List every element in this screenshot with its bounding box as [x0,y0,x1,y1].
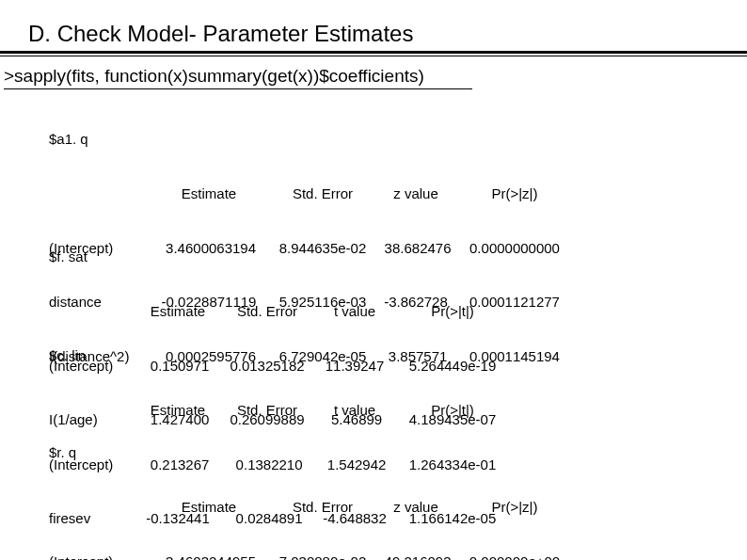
col-pvalue: Pr(>|z|) [453,184,576,202]
group-name: $c. lin [49,346,512,364]
title-rule-thick [0,51,747,54]
slide: D. Check Model- Parameter Estimates >sap… [0,0,747,560]
zvalue: 49.216093 [378,552,453,561]
pvalue: 0.000000e+00 [453,552,576,561]
group-rq: $r. q EstimateStd. Errorz valuePr(>|z|) … [49,408,576,560]
code-line: >sapply(fits, function(x)summary(get(x))… [4,66,424,87]
title-rule-thin [0,56,747,56]
col-zvalue: z value [378,498,453,516]
estimate: 3.4603244955 [151,552,267,561]
col-estimate: Estimate [151,184,267,202]
term: (Intercept) [49,552,151,561]
group-name: $f. sat [49,248,512,265]
col-estimate: Estimate [151,498,267,516]
table-row: (Intercept) 3.46032449557.030880e-02 49.… [49,552,576,561]
group-name: $r. q [49,443,576,461]
code-underline [4,88,472,89]
table-header: EstimateStd. Errorz valuePr(>|z|) [49,498,576,516]
stderror: 7.030880e-02 [267,552,378,561]
slide-title: D. Check Model- Parameter Estimates [28,21,747,47]
col-pvalue: Pr(>|z|) [453,498,576,516]
col-zvalue: z value [378,184,453,202]
col-stderror: Std. Error [267,184,378,202]
col-stderror: Std. Error [267,498,378,516]
group-name: $a1. q [49,130,576,148]
table-header: EstimateStd. Errorz valuePr(>|z|) [49,184,576,202]
